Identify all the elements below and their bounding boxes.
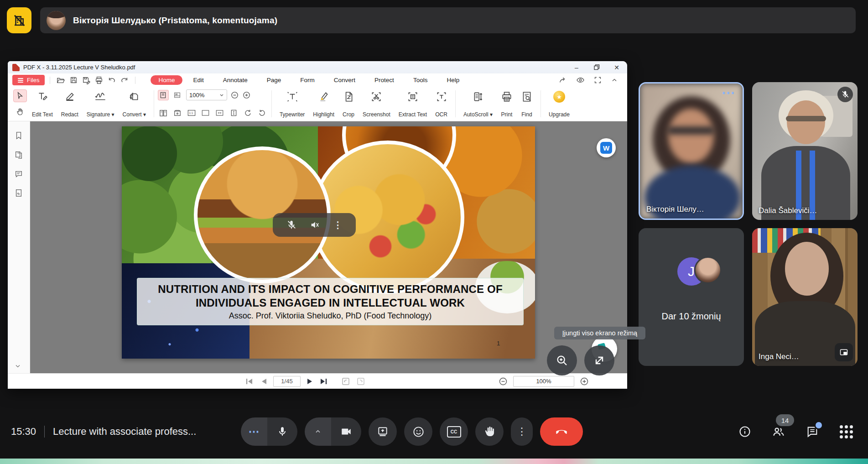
signature-button[interactable]: Signature ▾ xyxy=(83,87,119,121)
zoom-content-button[interactable] xyxy=(547,345,577,375)
fit-page-icon[interactable] xyxy=(200,108,211,118)
pdf-titlebar[interactable]: PDF X - 3.11.2025 Lecture V Sheludko.pdf… xyxy=(8,61,627,73)
redact-button[interactable]: Redact xyxy=(57,87,83,121)
edit-text-button[interactable]: Edit Text xyxy=(28,87,57,121)
files-menu-button[interactable]: Files xyxy=(12,75,45,85)
more-options-button[interactable]: ⋮ xyxy=(511,417,533,446)
statusbar-zoom-value[interactable]: 100% xyxy=(513,376,574,387)
fit-height-icon[interactable] xyxy=(229,108,239,118)
print-button[interactable]: Print xyxy=(497,87,517,121)
mic-control: ⋯ xyxy=(241,417,297,446)
zoom-level-select[interactable]: 100% xyxy=(186,89,227,100)
save-as-icon[interactable] xyxy=(81,75,92,85)
menu-annotate[interactable]: Annotate xyxy=(214,75,256,85)
menu-page[interactable]: Page xyxy=(258,75,290,85)
chat-button[interactable] xyxy=(802,422,822,442)
previous-page-button[interactable] xyxy=(260,377,267,386)
pdf-page-canvas[interactable]: ✸ ✸ ⋮ NU xyxy=(30,121,627,373)
autoscroll-button[interactable]: AutoScroll ▾ xyxy=(459,87,497,121)
video-tile-dalia[interactable]: Dalia Šableviči… xyxy=(752,82,858,220)
reactions-button[interactable] xyxy=(404,417,432,446)
present-screen-button[interactable] xyxy=(369,417,397,446)
menu-help[interactable]: Help xyxy=(438,75,468,85)
page-number-input[interactable]: 1/45 xyxy=(273,376,301,387)
collapse-toolbar-icon[interactable] xyxy=(611,77,618,84)
select-cursor-tool[interactable] xyxy=(13,89,27,102)
captions-icon: CC xyxy=(447,426,461,438)
actual-size-icon[interactable]: 1:1 xyxy=(186,108,197,118)
signatures-panel-icon[interactable] xyxy=(15,189,23,197)
hand-pan-tool[interactable] xyxy=(13,105,27,118)
close-button[interactable]: ✕ xyxy=(613,64,620,71)
camera-toggle-button[interactable] xyxy=(331,417,361,446)
fit-width-icon[interactable] xyxy=(214,108,225,118)
enter-fullscreen-button[interactable] xyxy=(584,345,614,375)
typewriter-button[interactable]: Typewriter xyxy=(275,87,309,121)
menu-edit[interactable]: Edit xyxy=(184,75,212,85)
next-page-button[interactable] xyxy=(307,377,314,386)
speaker-off-icon[interactable] xyxy=(310,220,320,230)
single-page-view-icon[interactable] xyxy=(158,90,169,100)
meeting-details-button[interactable] xyxy=(735,422,755,442)
pdf-app-window: PDF X - 3.11.2025 Lecture V Sheludko.pdf… xyxy=(8,61,627,389)
audio-options-button[interactable]: ⋯ xyxy=(241,417,267,446)
undo-icon[interactable] xyxy=(106,75,117,85)
crop-button[interactable]: Crop xyxy=(338,87,359,121)
redo-icon[interactable] xyxy=(119,75,130,85)
overlay-more-icon[interactable]: ⋮ xyxy=(333,219,343,230)
screenshot-button[interactable]: Screenshot xyxy=(359,87,395,121)
two-page-view-icon[interactable] xyxy=(158,108,169,118)
find-button[interactable]: Find xyxy=(517,87,537,121)
raise-hand-button[interactable] xyxy=(475,417,504,446)
end-call-button[interactable] xyxy=(540,417,583,446)
menu-form[interactable]: Form xyxy=(291,75,323,85)
last-page-button[interactable] xyxy=(320,377,329,386)
open-file-icon[interactable] xyxy=(55,75,66,85)
first-page-button[interactable] xyxy=(245,377,254,386)
ocr-button[interactable]: OCR xyxy=(431,87,452,121)
participants-button[interactable]: 14 xyxy=(769,422,789,442)
next-view-button[interactable] xyxy=(356,377,365,386)
fullscreen-icon[interactable] xyxy=(594,76,602,84)
rotate-ccw-icon[interactable] xyxy=(257,108,268,118)
video-options-button[interactable] xyxy=(305,417,331,446)
convert-to-word-widget[interactable]: W xyxy=(597,138,616,157)
background-window-edge xyxy=(0,459,868,464)
highlight-button[interactable]: Highlight xyxy=(309,87,338,121)
statusbar-zoom-out-icon[interactable] xyxy=(499,377,508,386)
bookmarks-panel-icon[interactable] xyxy=(15,131,23,140)
rotate-cw-icon[interactable] xyxy=(243,108,254,118)
video-tile-overflow[interactable]: J Dar 10 žmonių xyxy=(639,228,744,366)
convert-button[interactable]: Convert ▾ xyxy=(119,87,150,121)
extract-text-button[interactable]: Extract Text xyxy=(395,87,431,121)
menu-protect[interactable]: Protect xyxy=(366,75,403,85)
mic-toggle-button[interactable] xyxy=(267,417,297,446)
captions-button[interactable]: CC xyxy=(440,417,468,446)
active-speaker-banner: Вікторія Шелудько (Pristatoma, komentuoj… xyxy=(40,7,856,33)
picture-in-picture-button[interactable] xyxy=(835,343,853,361)
activities-button[interactable] xyxy=(836,422,856,442)
minimize-button[interactable]: – xyxy=(573,64,580,71)
quick-print-icon[interactable] xyxy=(94,75,104,85)
video-tile-viktoriia[interactable]: ⋯ Вікторія Шелу… xyxy=(639,82,744,220)
video-tile-inga[interactable]: Inga Neci… xyxy=(752,228,858,366)
share-icon[interactable] xyxy=(559,76,567,84)
statusbar-zoom-in-icon[interactable] xyxy=(580,377,589,386)
pages-panel-icon[interactable] xyxy=(15,151,23,159)
upgrade-button[interactable]: ★ Upgrade xyxy=(545,87,574,121)
mic-off-icon[interactable] xyxy=(286,220,296,230)
booklet-view-icon[interactable] xyxy=(172,108,183,118)
menu-home[interactable]: Home xyxy=(151,75,182,85)
eye-icon[interactable] xyxy=(576,76,585,84)
tile-options-icon[interactable]: ⋯ xyxy=(722,84,736,100)
restore-button[interactable] xyxy=(593,64,600,71)
sidebar-collapse-icon[interactable] xyxy=(14,362,21,370)
save-icon[interactable] xyxy=(68,75,79,85)
menu-tools[interactable]: Tools xyxy=(405,75,437,85)
zoom-in-icon[interactable] xyxy=(242,91,251,99)
continuous-view-icon[interactable] xyxy=(172,90,183,100)
menu-convert[interactable]: Convert xyxy=(325,75,364,85)
previous-view-button[interactable] xyxy=(341,377,350,386)
zoom-out-icon[interactable] xyxy=(230,91,239,99)
comments-panel-icon[interactable] xyxy=(15,170,23,178)
